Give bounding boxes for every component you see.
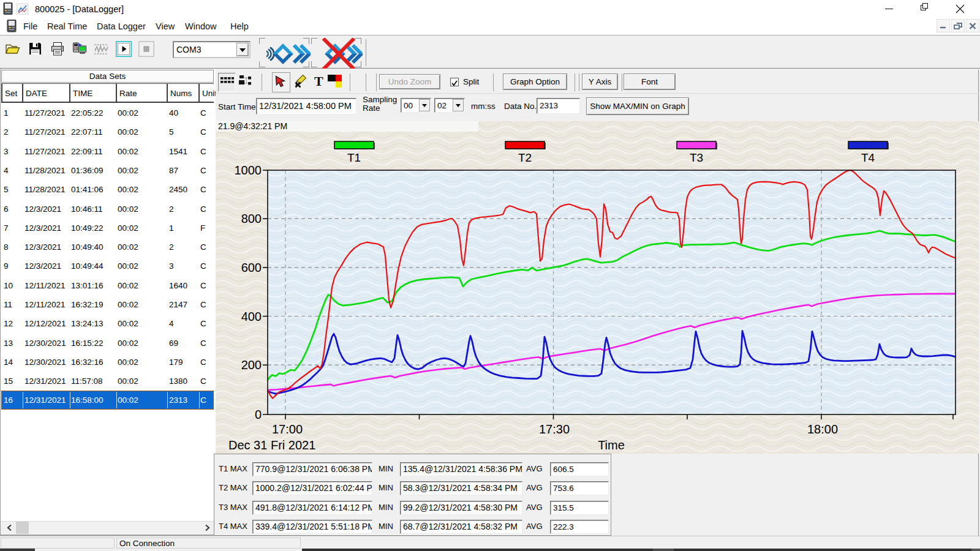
svg-text:21.9@4:32:21 PM: 21.9@4:32:21 PM <box>218 121 287 131</box>
svg-text:600: 600 <box>241 261 262 274</box>
svg-text:200: 200 <box>241 358 262 372</box>
svg-text:800: 800 <box>241 212 262 225</box>
svg-text:17:00: 17:00 <box>272 422 303 436</box>
svg-text:Time: Time <box>598 438 625 452</box>
svg-text:400: 400 <box>241 310 262 323</box>
svg-text:17:30: 17:30 <box>539 422 570 436</box>
svg-text:Dec 31 Fri 2021: Dec 31 Fri 2021 <box>228 438 315 452</box>
svg-text:T: T <box>314 73 323 89</box>
svg-text:T2: T2 <box>518 151 532 164</box>
svg-text:1000: 1000 <box>235 163 262 177</box>
svg-text:T4: T4 <box>861 151 875 164</box>
svg-text:18:00: 18:00 <box>807 422 838 436</box>
svg-text:T1: T1 <box>347 151 361 164</box>
svg-text:T3: T3 <box>690 151 703 164</box>
svg-text:0: 0 <box>255 408 262 421</box>
